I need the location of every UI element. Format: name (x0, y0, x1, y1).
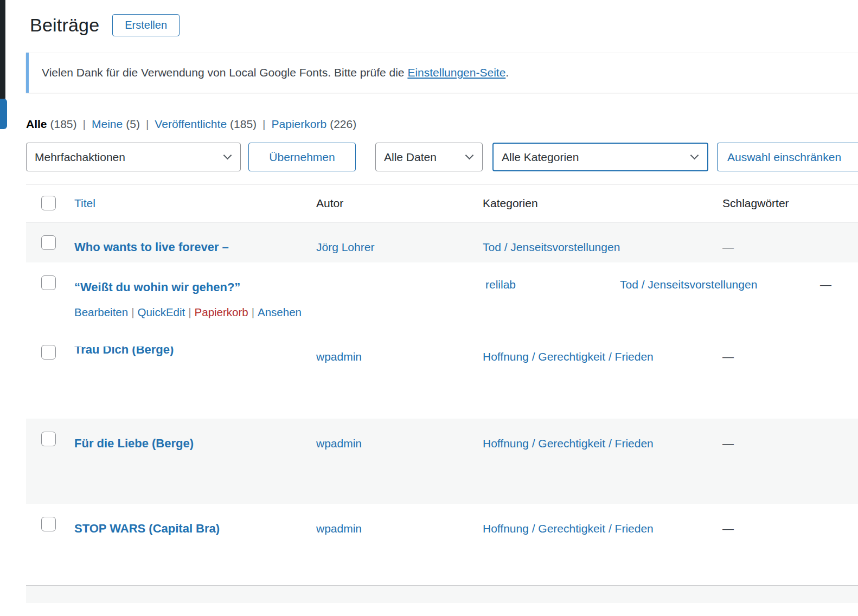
page-title: Beiträge (30, 15, 99, 36)
posts-list-page: Beiträge Erstellen Vielen Dank für die V… (0, 0, 858, 603)
chevron-down-icon (223, 151, 232, 160)
table-header-row: Titel Autor Kategorien Schlagwörter (26, 184, 858, 222)
table-footer (26, 585, 858, 603)
list-toolbar: Mehrfachaktionen Übernehmen Alle Daten A… (26, 143, 858, 172)
filter-separator: | (83, 118, 86, 131)
row-checkbox[interactable] (41, 432, 56, 446)
tags-value: — (722, 350, 734, 363)
column-header-categories: Kategorien (480, 197, 720, 210)
chevron-down-icon (690, 151, 699, 160)
post-status-filters: Alle(185) | Meine(5) | Veröffentlichte(1… (26, 118, 858, 131)
filter-button[interactable]: Auswahl einschränken (717, 143, 858, 171)
categories-link[interactable]: relilab (485, 278, 516, 291)
row-checkbox[interactable] (41, 517, 56, 531)
categories-link[interactable]: Hoffnung / Gerechtigkeit / Frieden (483, 437, 654, 450)
notice-text-end: . (505, 66, 509, 79)
author-link[interactable]: wpadmin (316, 522, 362, 535)
trash-action-link[interactable]: Papierkorb (195, 306, 248, 318)
tags-value: — (722, 437, 734, 450)
posts-table: Titel Autor Kategorien Schlagwörter Who … (26, 184, 858, 585)
column-header-author: Autor (313, 197, 480, 210)
table-row: Who wants to live forever – Jörg Lohrer … (26, 222, 858, 262)
row-checkbox[interactable] (41, 345, 56, 360)
author-link[interactable]: wpadmin (316, 437, 362, 450)
author-link[interactable]: Jörg Lohrer (316, 241, 374, 253)
categories-link[interactable]: Tod / Jenseitsvorstellungen (620, 278, 757, 291)
filter-all[interactable]: Alle(185) (26, 118, 77, 131)
table-row: STOP WARS (Capital Bra) wpadmin Hoffnung… (26, 504, 858, 585)
tags-value: — (722, 522, 734, 535)
categories-link[interactable]: Tod / Jenseitsvorstellungen (483, 241, 620, 253)
chevron-down-icon (465, 151, 474, 160)
column-header-title[interactable]: Titel (71, 197, 313, 210)
quick-edit-action-link[interactable]: QuickEdit (138, 306, 185, 318)
dates-filter-select[interactable]: Alle Daten (375, 143, 483, 171)
post-title-link[interactable]: Für die Liebe (Berge) (74, 435, 194, 452)
filter-trash[interactable]: Papierkorb(226) (272, 118, 357, 131)
post-title-link[interactable]: Who wants to live forever – (74, 239, 229, 256)
categories-filter-select[interactable]: Alle Kategorien (492, 143, 708, 171)
row-actions: Bearbeiten|QuickEdit|Papierkorb|Ansehen (74, 305, 313, 320)
post-title-clip: Trau Dich (Berge) (74, 347, 313, 358)
bulk-actions-select[interactable]: Mehrfachaktionen (26, 143, 241, 171)
post-title-link[interactable]: Trau Dich (Berge) (74, 347, 313, 358)
filter-separator: | (146, 118, 149, 131)
edit-action-link[interactable]: Bearbeiten (74, 306, 128, 318)
filter-mine[interactable]: Meine(5) (92, 118, 140, 131)
create-post-button[interactable]: Erstellen (112, 14, 180, 36)
row-checkbox[interactable] (41, 275, 56, 290)
settings-page-link[interactable]: Einstellungen-Seite (407, 66, 505, 79)
notice-text: Vielen Dank für die Verwendung von Local… (42, 66, 407, 79)
plugin-notice: Vielen Dank für die Verwendung von Local… (26, 53, 858, 93)
post-title-link[interactable]: “Weißt du wohin wir gehen?” (74, 279, 240, 296)
filter-published[interactable]: Veröffentlichte(185) (155, 118, 257, 131)
table-row: “Weißt du wohin wir gehen?” Bearbeiten|Q… (26, 262, 858, 332)
table-row: Für die Liebe (Berge) wpadmin Hoffnung /… (26, 419, 858, 504)
select-all-checkbox[interactable] (41, 196, 56, 210)
table-row: Trau Dich (Berge) wpadmin Hoffnung / Ger… (26, 332, 858, 419)
row-checkbox[interactable] (41, 235, 56, 250)
author-link[interactable]: wpadmin (316, 350, 362, 363)
categories-link[interactable]: Hoffnung / Gerechtigkeit / Frieden (483, 350, 654, 363)
view-action-link[interactable]: Ansehen (258, 306, 302, 318)
column-header-tags: Schlagwörter (720, 197, 858, 210)
tags-value: — (722, 241, 734, 253)
apply-button[interactable]: Übernehmen (248, 143, 356, 171)
categories-link[interactable]: Hoffnung / Gerechtigkeit / Frieden (483, 522, 654, 535)
post-title-link[interactable]: STOP WARS (Capital Bra) (74, 521, 220, 537)
tags-value: — (820, 278, 831, 291)
filter-separator: | (262, 118, 265, 131)
page-header: Beiträge Erstellen (0, 0, 858, 36)
